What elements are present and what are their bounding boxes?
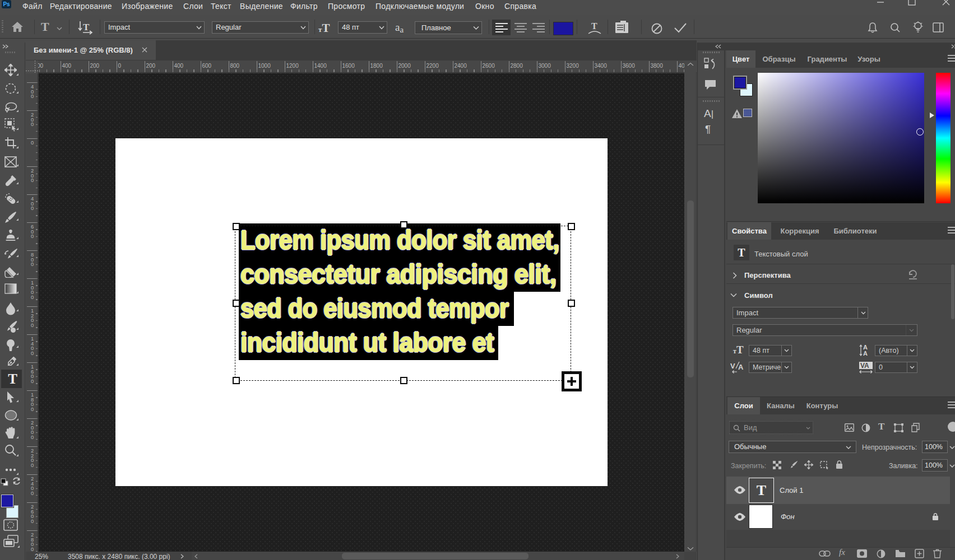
svg-text:V: V bbox=[730, 362, 735, 370]
svg-text:T: T bbox=[83, 22, 90, 32]
svg-text:T: T bbox=[591, 21, 597, 31]
svg-text:A: A bbox=[863, 350, 868, 357]
svg-text:A: A bbox=[738, 363, 744, 371]
svg-text:VA: VA bbox=[860, 362, 869, 370]
